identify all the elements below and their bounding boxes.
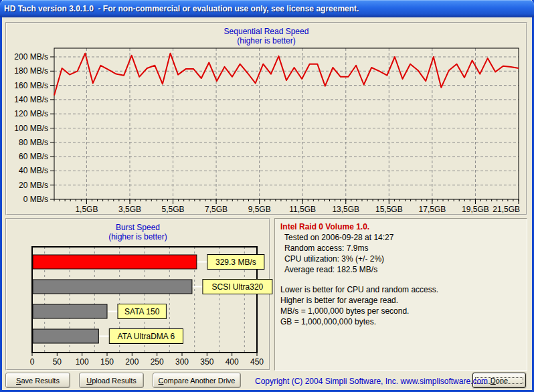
svg-text:SATA 150: SATA 150 (124, 307, 160, 316)
window-titlebar[interactable]: HD Tach version 3.0.1.0 - For non-commer… (0, 0, 534, 17)
svg-text:160 MB/s: 160 MB/s (14, 81, 48, 90)
compare-another-drive-button[interactable]: Compare Another Drive (153, 373, 241, 388)
svg-text:200: 200 (125, 357, 139, 367)
svg-text:80 MB/s: 80 MB/s (19, 138, 48, 147)
svg-text:ATA UltraDMA 6: ATA UltraDMA 6 (118, 332, 175, 341)
svg-text:329.3 MB/s: 329.3 MB/s (215, 258, 256, 267)
note-mbs-definition: MB/s = 1,000,000 bytes per second. (280, 306, 521, 316)
svg-text:400: 400 (226, 357, 239, 367)
tested-on-line: Tested on 2006-09-28 at 14:27 (280, 232, 521, 243)
svg-text:15,5GB: 15,5GB (375, 205, 403, 214)
svg-text:5,5GB: 5,5GB (162, 205, 185, 214)
drive-name: Intel Raid 0 Volume 1.0. (280, 221, 521, 232)
random-access-line: Random access: 7.9ms (280, 243, 521, 254)
sequential-chart-title: Sequential Read Speed (7, 23, 526, 36)
svg-text:0: 0 (30, 357, 35, 367)
window-title: HD Tach version 3.0.1.0 - For non-commer… (4, 4, 359, 13)
svg-text:100: 100 (76, 357, 89, 367)
svg-text:60 MB/s: 60 MB/s (19, 152, 48, 161)
svg-text:SCSI Ultra320: SCSI Ultra320 (212, 282, 264, 292)
svg-text:17,5GB: 17,5GB (419, 205, 446, 214)
drive-info-panel: Intel Raid 0 Volume 1.0. Tested on 2006-… (274, 218, 527, 371)
svg-text:0 MB/s: 0 MB/s (23, 195, 48, 204)
svg-text:19,5GB: 19,5GB (462, 205, 489, 214)
svg-text:50: 50 (53, 357, 62, 367)
svg-text:150: 150 (100, 357, 114, 367)
svg-text:140 MB/s: 140 MB/s (14, 95, 48, 104)
burst-chart-subtitle: (higher is better) (7, 232, 269, 241)
note-lower-better: Lower is better for CPU and random acces… (280, 284, 521, 295)
svg-text:1,5GB: 1,5GB (75, 205, 98, 214)
copyright-text: Copyright (C) 2004 Simpli Software, Inc.… (255, 377, 465, 386)
sequential-read-panel: Sequential Read Speed (higher is better)… (5, 22, 527, 215)
svg-text:250: 250 (151, 357, 164, 367)
burst-chart-title: Burst Speed (7, 219, 269, 232)
average-read-line: Average read: 182.5 MB/s (280, 264, 521, 275)
save-results-button[interactable]: Save Results (5, 373, 70, 388)
note-gb-definition: GB = 1,000,000,000 bytes. (280, 316, 521, 327)
note-higher-better: Higher is better for average read. (280, 295, 521, 306)
svg-text:180 MB/s: 180 MB/s (14, 66, 48, 76)
svg-text:21,5GB: 21,5GB (493, 205, 520, 214)
svg-text:450: 450 (250, 357, 264, 367)
svg-text:13,5GB: 13,5GB (332, 205, 359, 214)
sequential-read-chart: 200 MB/s180 MB/s160 MB/s140 MB/s120 MB/s… (7, 47, 525, 216)
svg-text:300: 300 (175, 357, 189, 367)
window-body: Sequential Read Speed (higher is better)… (2, 17, 532, 390)
svg-text:7,5GB: 7,5GB (205, 205, 228, 214)
cpu-utilization-line: CPU utilization: 3% (+/- 2%) (280, 254, 521, 264)
svg-text:40 MB/s: 40 MB/s (19, 166, 48, 175)
svg-text:350: 350 (200, 357, 213, 367)
sequential-chart-subtitle: (higher is better) (7, 36, 526, 45)
svg-text:100 MB/s: 100 MB/s (14, 124, 48, 133)
svg-text:3,5GB: 3,5GB (118, 205, 141, 214)
burst-speed-panel: Burst Speed (higher is better) 050100150… (5, 218, 270, 371)
hd-tach-window: HD Tach version 3.0.1.0 - For non-commer… (0, 0, 534, 392)
svg-text:200 MB/s: 200 MB/s (14, 52, 48, 62)
info-spacer (280, 275, 521, 284)
svg-text:20 MB/s: 20 MB/s (19, 181, 48, 190)
svg-text:120 MB/s: 120 MB/s (14, 109, 48, 118)
burst-speed-chart: 050100150200250300350400450329.3 MB/sSCS… (8, 246, 268, 367)
upload-results-button[interactable]: Upload Results (79, 373, 144, 388)
svg-text:11,5GB: 11,5GB (289, 205, 316, 214)
svg-text:9,5GB: 9,5GB (248, 205, 271, 214)
